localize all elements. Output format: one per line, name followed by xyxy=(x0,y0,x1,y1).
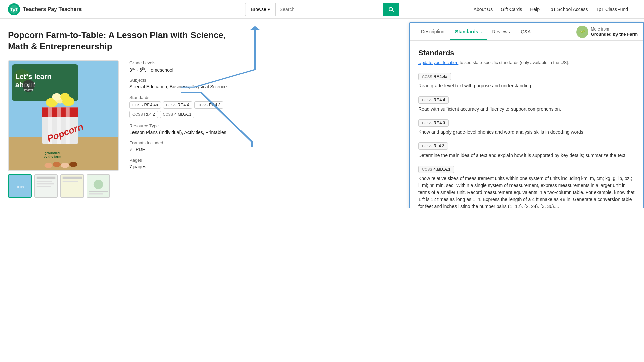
product-area: Let's learn about Popcorn xyxy=(8,60,240,198)
tab-standards[interactable]: Standards 5 xyxy=(450,24,487,40)
nav-gift-cards[interactable]: Gift Cards xyxy=(501,7,522,12)
svg-rect-39 xyxy=(63,176,82,179)
standard-code-rf44a: RF.4.4a xyxy=(434,74,447,79)
standard-code-rf44: RF.4.4 xyxy=(434,98,445,102)
standards-section: Standards CCSSRF.4.4a CCSSRF.4.4 CCSSRF.… xyxy=(129,95,240,118)
tab-description[interactable]: Description xyxy=(416,24,450,40)
product-illustration: Let's learn about Popcorn xyxy=(9,60,118,171)
svg-text:grounded: grounded xyxy=(45,150,60,154)
standard-item-ri42: CCSS RI.4.2 Determine the main idea of a… xyxy=(418,142,635,159)
update-location-link[interactable]: Update your location xyxy=(418,60,458,65)
more-from[interactable]: 🌱 More from Grounded by the Farm xyxy=(576,26,638,38)
product-image-area: Let's learn about Popcorn xyxy=(8,60,119,198)
svg-rect-37 xyxy=(37,186,51,187)
nav-about-us[interactable]: About Us xyxy=(474,7,493,12)
svg-point-42 xyxy=(94,180,103,189)
badge-4mda1: CCSS4.MD.A.1 xyxy=(160,111,195,118)
main-content: Popcorn Farm-to-Table: A Lesson Plan wit… xyxy=(0,19,644,208)
standard-item-rf43: CCSS RF.4.3 Know and apply grade-level p… xyxy=(418,119,635,136)
svg-text:Let's learn: Let's learn xyxy=(15,72,52,81)
nav-help[interactable]: Help xyxy=(530,7,540,12)
standard-badge-ri42: CCSS RI.4.2 xyxy=(418,142,448,150)
pages-section: Pages 7 pages xyxy=(129,158,240,169)
standard-code-ri42: RI.4.2 xyxy=(434,144,444,148)
svg-point-27 xyxy=(45,163,53,168)
subjects-label: Subjects xyxy=(129,78,240,83)
standard-ccss-label: CCSS xyxy=(422,75,432,79)
svg-point-30 xyxy=(69,162,77,167)
svg-text:🎙: 🎙 xyxy=(26,83,31,88)
standard-desc-ri42: Determine the main idea of a text and ex… xyxy=(418,152,635,159)
format-pdf: ✓ PDF xyxy=(129,147,240,152)
tab-qa[interactable]: Q&A xyxy=(515,24,536,40)
logo-icon: TpT xyxy=(8,3,20,15)
svg-line-4 xyxy=(392,10,393,12)
search-button[interactable] xyxy=(383,3,399,16)
standard-ccss-label-2: CCSS xyxy=(422,98,432,102)
standards-subtext-suffix: to see state-specific standards (only av… xyxy=(460,60,569,65)
resource-type-label: Resource Type xyxy=(129,123,240,128)
standards-label: Standards xyxy=(129,95,240,100)
standard-badge-rf43: CCSS RF.4.3 xyxy=(418,119,449,127)
standard-code-rf43: RF.4.3 xyxy=(434,121,445,125)
search-input[interactable] xyxy=(276,3,383,16)
browse-button[interactable]: Browse ▾ xyxy=(245,3,276,16)
badge-rf44: CCSSRF.4.4 xyxy=(163,101,192,109)
svg-point-21 xyxy=(60,93,70,101)
standards-panel: Description Standards 5 Reviews Q&A 🌱 Mo… xyxy=(409,22,644,208)
svg-point-20 xyxy=(52,93,61,100)
product-thumbnails: Popcorn xyxy=(8,174,119,198)
grade-section: Grade Levels 3rd - 6th, Homeschool xyxy=(129,60,240,73)
nav-school-access[interactable]: TpT School Access xyxy=(548,7,588,12)
standards-count: 5 xyxy=(479,30,481,34)
search-area: Browse ▾ xyxy=(245,3,399,16)
search-icon xyxy=(388,6,394,12)
thumbnail-1[interactable]: Popcorn xyxy=(8,174,32,198)
formats-section: Formats Included ✓ PDF xyxy=(129,140,240,152)
badge-ri42: CCSSRI.4.2 xyxy=(129,111,158,118)
seller-name: Grounded by the Farm xyxy=(591,32,638,37)
browse-label: Browse xyxy=(251,7,266,12)
standard-badge-4mda1: CCSS 4.MD.A.1 xyxy=(418,166,454,173)
badge-rf43: CCSSRF.4.3 xyxy=(194,101,223,109)
svg-text:Popcorn: Popcorn xyxy=(16,185,24,188)
thumbnail-2[interactable] xyxy=(34,174,58,198)
svg-rect-43 xyxy=(89,191,108,192)
left-panel: Popcorn Farm-to-Table: A Lesson Plan wit… xyxy=(0,19,248,208)
formats-label: Formats Included xyxy=(129,140,240,145)
svg-point-28 xyxy=(53,162,61,167)
standard-badge-rf44a: CCSS RF.4.4a xyxy=(418,73,451,80)
checkmark-icon: ✓ xyxy=(129,147,133,152)
thumbnail-3[interactable] xyxy=(60,174,84,198)
standard-desc-rf43: Know and apply grade-level phonics and w… xyxy=(418,129,635,136)
nav-classfund[interactable]: TpT ClassFund xyxy=(596,7,628,12)
svg-text:🌱: 🌱 xyxy=(579,29,585,35)
subjects-value: Special Education, Business, Physical Sc… xyxy=(129,84,240,89)
svg-marker-47 xyxy=(250,26,260,30)
resource-type-value: Lesson Plans (Individual), Activities, P… xyxy=(129,130,240,135)
header-nav: About Us Gift Cards Help TpT School Acce… xyxy=(474,7,628,12)
product-main-image[interactable]: Let's learn about Popcorn xyxy=(8,60,119,171)
svg-text:by the farm: by the farm xyxy=(44,155,61,158)
standard-ccss-label-3: CCSS xyxy=(422,121,432,125)
subjects-section: Subjects Special Education, Business, Ph… xyxy=(129,78,240,89)
thumbnail-4[interactable] xyxy=(87,174,110,198)
header: TpT Teachers Pay Teachers Browse ▾ About… xyxy=(0,0,644,19)
format-pdf-label: PDF xyxy=(136,147,145,152)
standard-desc-rf44a: Read grade-level text with purpose and u… xyxy=(418,82,635,89)
standard-badge-rf44: CCSS RF.4.4 xyxy=(418,96,449,104)
logo-link[interactable]: TpT Teachers Pay Teachers xyxy=(8,3,82,15)
tab-reviews[interactable]: Reviews xyxy=(487,24,516,40)
standards-heading: Standards xyxy=(418,49,635,57)
pages-label: Pages xyxy=(129,158,240,163)
standard-item-rf44a: CCSS RF.4.4a Read grade-level text with … xyxy=(418,73,635,89)
logo-text: Teachers Pay Teachers xyxy=(23,6,82,12)
standard-code-4mda1: 4.MD.A.1 xyxy=(434,167,451,172)
standard-item-rf44: CCSS RF.4.4 Read with sufficient accurac… xyxy=(418,96,635,113)
svg-text:Podcast: Podcast xyxy=(24,89,33,91)
grade-value: 3rd - 6th, Homeschool xyxy=(129,67,240,73)
more-from-text: More from Grounded by the Farm xyxy=(591,27,638,37)
standards-subtext: Update your location to see state-specif… xyxy=(418,60,635,65)
pages-value: 7 pages xyxy=(129,164,240,169)
svg-point-29 xyxy=(61,163,69,168)
